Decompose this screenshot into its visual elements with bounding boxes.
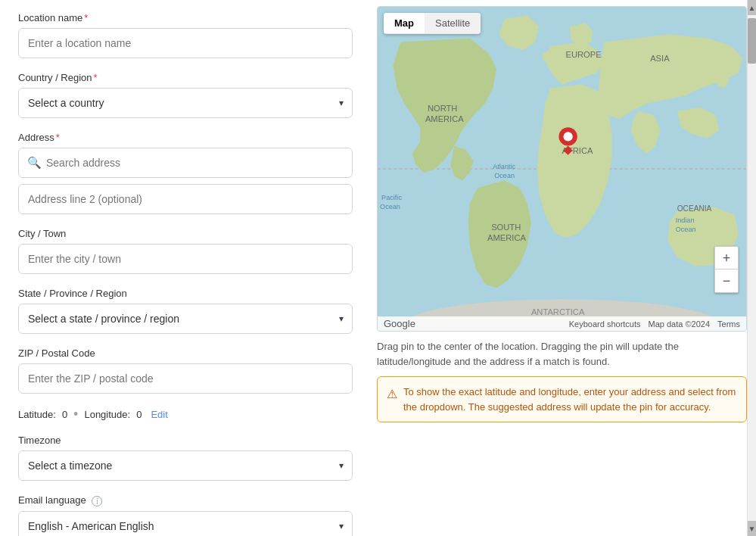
scroll-thumb[interactable] (748, 18, 756, 64)
left-panel: Location name* Country / Region* Select … (0, 0, 371, 536)
longitude-label: Longitude: (84, 409, 130, 420)
svg-point-19 (564, 132, 573, 141)
map-data-text: Map data ©2024 (649, 319, 711, 329)
right-panel: Map Satellite (371, 0, 756, 536)
map-container[interactable]: Map Satellite (377, 6, 747, 332)
page-scrollbar: ▲ ▼ (747, 0, 756, 536)
location-name-group: Location name* (18, 12, 353, 58)
timezone-select-wrapper: Select a timezone UTC Eastern Time (US &… (18, 450, 353, 481)
zip-group: ZIP / Postal Code (18, 347, 353, 394)
zoom-out-button[interactable]: − (715, 270, 738, 292)
latitude-value: 0 (62, 409, 67, 420)
required-star-country: * (94, 72, 98, 83)
info-icon: i (92, 496, 102, 506)
svg-text:SOUTH: SOUTH (491, 223, 521, 232)
map-tabs: Map Satellite (384, 13, 481, 34)
email-language-label: Email language i (18, 494, 353, 506)
timezone-label: Timezone (18, 435, 353, 446)
svg-text:ANTARCTICA: ANTARCTICA (531, 307, 585, 316)
svg-text:Indian: Indian (676, 217, 695, 224)
location-name-label: Location name* (18, 12, 353, 23)
address-label: Address* (18, 132, 353, 143)
svg-text:OCEANIA: OCEANIA (677, 204, 712, 213)
svg-text:Atlantic: Atlantic (493, 163, 515, 170)
svg-text:ASIA: ASIA (650, 54, 670, 63)
timezone-group: Timezone Select a timezone UTC Eastern T… (18, 435, 353, 481)
email-language-group: Email language i English - American Engl… (18, 494, 353, 536)
edit-link[interactable]: Edit (151, 409, 167, 420)
svg-text:Pacific: Pacific (381, 194, 402, 201)
svg-text:EUROPE: EUROPE (566, 50, 602, 59)
city-input[interactable] (18, 244, 353, 274)
country-select[interactable]: Select a country United States United Ki… (18, 88, 353, 118)
scroll-down-button[interactable]: ▼ (748, 521, 756, 536)
zip-label: ZIP / Postal Code (18, 347, 353, 359)
location-name-input[interactable] (18, 28, 353, 58)
svg-text:NORTH: NORTH (428, 104, 457, 113)
warning-icon: ⚠ (387, 385, 397, 414)
lat-lon-row: Latitude: 0 • Longitude: 0 Edit (18, 407, 353, 421)
email-language-select-wrapper: English - American English English - Bri… (18, 511, 353, 536)
state-select-wrapper: Select a state / province / region ▾ (18, 304, 353, 334)
zip-input[interactable] (18, 363, 353, 394)
state-select[interactable]: Select a state / province / region (18, 304, 353, 334)
zoom-in-button[interactable]: + (715, 247, 738, 270)
email-language-select[interactable]: English - American English English - Bri… (18, 511, 353, 536)
svg-text:AMERICA: AMERICA (487, 233, 526, 242)
svg-text:Ocean: Ocean (494, 172, 515, 179)
map-warning-box: ⚠ To show the exact latitude and longitu… (377, 376, 747, 422)
main-content: Location name* Country / Region* Select … (0, 0, 756, 536)
city-label: City / Town (18, 228, 353, 239)
map-footer: Google Keyboard shortcuts Map data ©2024… (378, 316, 746, 331)
dot-separator: • (73, 407, 78, 421)
address-line2-input[interactable] (18, 184, 353, 214)
address-line2-wrapper (18, 184, 353, 214)
svg-text:Ocean: Ocean (380, 203, 400, 210)
keyboard-shortcuts-link[interactable]: Keyboard shortcuts (569, 319, 641, 329)
terms-link[interactable]: Terms (717, 319, 740, 329)
address-search-input[interactable] (18, 148, 353, 178)
map-warning-text: To show the exact latitude and longitude… (403, 385, 737, 414)
tab-satellite[interactable]: Satellite (425, 13, 481, 33)
map-controls: + − (714, 246, 739, 293)
scroll-up-button[interactable]: ▲ (748, 0, 756, 15)
timezone-select[interactable]: Select a timezone UTC Eastern Time (US &… (18, 450, 353, 481)
address-group: Address* 🔍 (18, 132, 353, 214)
country-select-wrapper: Select a country United States United Ki… (18, 88, 353, 118)
address-search-wrapper: 🔍 (18, 148, 353, 178)
map-info-text: Drag pin to the center of the location. … (377, 339, 747, 369)
state-label: State / Province / Region (18, 288, 353, 299)
city-group: City / Town (18, 228, 353, 274)
tab-map[interactable]: Map (384, 13, 425, 33)
country-region-label: Country / Region* (18, 72, 353, 83)
world-map-svg[interactable]: NORTH AMERICA SOUTH AMERICA AFRICA ASIA … (378, 7, 746, 331)
svg-text:AMERICA: AMERICA (425, 114, 464, 123)
svg-text:Ocean: Ocean (676, 226, 696, 233)
google-logo: Google (384, 318, 415, 329)
state-group: State / Province / Region Select a state… (18, 288, 353, 334)
required-star: * (84, 12, 88, 23)
map-footer-links: Keyboard shortcuts Map data ©2024 Terms (569, 319, 740, 329)
longitude-value: 0 (136, 409, 142, 420)
country-region-group: Country / Region* Select a country Unite… (18, 72, 353, 118)
required-star-address: * (56, 132, 60, 143)
latitude-label: Latitude: (18, 409, 56, 420)
